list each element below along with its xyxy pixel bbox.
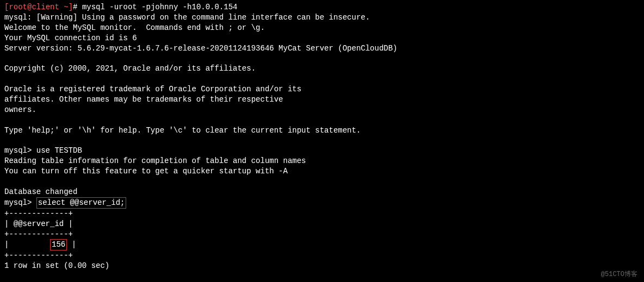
output-trademark: owners.: [4, 105, 640, 115]
blank-line: [4, 136, 640, 146]
output-help: Type 'help;' or '\h' for help. Type '\c'…: [4, 126, 640, 136]
prompt-user: root: [9, 3, 27, 11]
blank-line: [4, 115, 640, 126]
terminal-output: [root@client ~]# mysql -uroot -pjohnny -…: [4, 2, 640, 271]
mysql-prompt-line[interactable]: mysql> select @@server_id;: [4, 197, 640, 209]
mysql-prompt-line[interactable]: mysql> use TESTDB: [4, 146, 640, 156]
table-border: +-------------+: [4, 229, 640, 240]
prompt-hash: #: [73, 3, 82, 11]
prompt-close-bracket: ]: [69, 3, 73, 11]
output-reading-info: Reading table information for completion…: [4, 156, 640, 166]
table-border: +-------------+: [4, 209, 640, 219]
blank-line: [4, 177, 640, 187]
server-id-value: 156: [50, 239, 67, 250]
table-header: | @@server_id |: [4, 219, 640, 229]
output-conn-id: Your MySQL connection id is 6: [4, 33, 640, 43]
mysql-command-select: select @@server_id;: [36, 197, 127, 209]
output-copyright: Copyright (c) 2000, 2021, Oracle and/or …: [4, 64, 640, 74]
table-row-suffix: |: [67, 240, 76, 249]
mysql-command-use: use TESTDB: [36, 146, 82, 155]
prompt-path: ~: [59, 3, 69, 11]
mysql-prompt: mysql>: [4, 146, 36, 155]
watermark: @51CTO博客: [601, 270, 637, 279]
shell-prompt-line[interactable]: [root@client ~]# mysql -uroot -pjohnny -…: [4, 2, 640, 12]
blank-line: [4, 74, 640, 84]
table-row-prefix: |: [4, 240, 50, 249]
output-turn-off: You can turn off this feature to get a q…: [4, 166, 640, 177]
table-row: | 156 |: [4, 239, 640, 250]
shell-command: mysql -uroot -pjohnny -h10.0.0.154: [82, 3, 238, 11]
output-trademark: Oracle is a registered trademark of Orac…: [4, 84, 640, 95]
output-result: 1 row in set (0.00 sec): [4, 261, 640, 271]
mysql-prompt: mysql>: [4, 198, 36, 207]
output-welcome: Welcome to the MySQL monitor. Commands e…: [4, 23, 640, 33]
output-db-changed: Database changed: [4, 187, 640, 197]
table-border: +-------------+: [4, 250, 640, 261]
output-warning: mysql: [Warning] Using a password on the…: [4, 12, 640, 23]
prompt-host: client: [32, 3, 59, 11]
output-server-version: Server version: 5.6.29-mycat-1.6.7.6-rel…: [4, 43, 640, 54]
blank-line: [4, 53, 640, 64]
output-trademark: affiliates. Other names may be trademark…: [4, 95, 640, 105]
